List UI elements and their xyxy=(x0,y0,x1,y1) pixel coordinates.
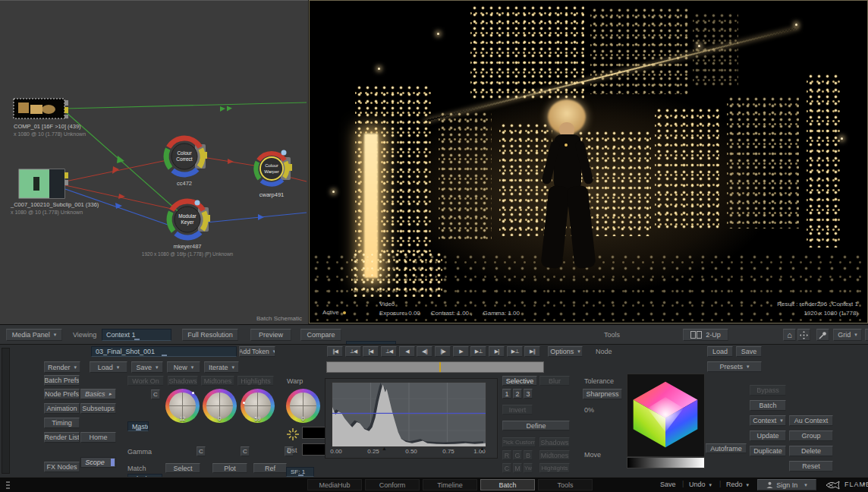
view-button[interactable]: View xyxy=(865,329,868,341)
menu-node-prefs[interactable]: Node Prefs xyxy=(44,389,80,399)
tab-mediahub[interactable]: MediaHub xyxy=(307,479,362,490)
link-red-out[interactable] xyxy=(288,177,307,181)
update-button[interactable]: Update xyxy=(750,430,786,441)
clip-node-subclip[interactable]: _C007_100210_Subclip_001 (336) x 1080 @ … xyxy=(10,169,99,216)
sel-blue-button[interactable]: B xyxy=(524,450,533,460)
tab-timeline[interactable]: Timeline xyxy=(423,479,477,490)
transport-prev-marker-button[interactable]: ⊥◀ xyxy=(381,346,397,357)
transport-next-cut-button[interactable]: ▶] xyxy=(489,346,505,357)
frame-slider-position[interactable] xyxy=(439,362,441,372)
histogram-marker[interactable]: ▲ xyxy=(480,446,485,451)
sel-green-button[interactable]: G xyxy=(513,450,522,460)
fit-view-icon[interactable] xyxy=(797,329,810,341)
transport-play-button[interactable]: ▶ xyxy=(453,346,469,357)
transport-play-reverse-button[interactable]: ◀ xyxy=(399,346,415,357)
tab-batch[interactable]: Batch xyxy=(480,479,535,490)
transport-step-back-button[interactable]: ◀∥ xyxy=(417,346,432,357)
grayscale-ramp[interactable] xyxy=(627,457,705,468)
link-green-out[interactable] xyxy=(65,102,307,109)
submenu-home[interactable]: Home xyxy=(80,432,116,443)
compare-button[interactable]: Compare xyxy=(300,329,341,341)
options-button[interactable]: Options xyxy=(548,346,583,357)
selective-key-1[interactable]: 1 xyxy=(502,389,511,399)
destination-colour-swatch[interactable] xyxy=(302,443,326,456)
range-shadows-button[interactable]: Shadows xyxy=(168,376,198,386)
sel-red-button[interactable]: R xyxy=(502,450,511,460)
histogram-plot[interactable] xyxy=(332,382,486,447)
viewer-image[interactable]: Active Video Exposure: 0.00 Contrast: 1.… xyxy=(309,0,868,323)
batch-schematic-panel[interactable]: COMP_01 [16F >10] (439) x 1080 @ 10 (1.7… xyxy=(0,0,308,324)
warp-color-wheel[interactable]: 0 xyxy=(286,389,320,423)
node-save-button[interactable]: Save xyxy=(736,346,762,357)
source-colour-swatch[interactable] xyxy=(302,427,326,439)
sel-magenta-button[interactable]: M xyxy=(513,463,522,473)
match-ref-button[interactable]: Ref xyxy=(253,463,287,473)
tab-tools[interactable]: Tools xyxy=(538,479,593,490)
transport-prev-cut-button[interactable]: [◀ xyxy=(363,346,379,357)
midtones-color-wheel[interactable]: 0 xyxy=(203,389,237,423)
menu-fx-nodes[interactable]: FX Nodes xyxy=(44,462,80,472)
define-button[interactable]: Define xyxy=(502,421,570,430)
sign-in-button[interactable]: Sign In xyxy=(757,479,816,490)
transport-step-forward-button[interactable]: ∥▶ xyxy=(435,346,451,357)
panel-handle[interactable] xyxy=(2,348,10,474)
master-field[interactable]: Master xyxy=(127,421,149,431)
preview-button[interactable]: Preview xyxy=(250,329,291,341)
menu-batch-prefs[interactable]: Batch Prefs xyxy=(44,375,80,386)
gamma-red-copy[interactable]: C xyxy=(197,446,206,456)
media-panel-button[interactable]: Media Panel xyxy=(6,329,62,341)
full-resolution-button[interactable]: Full Resolution xyxy=(182,329,238,341)
two-up-button[interactable]: 2-Up xyxy=(683,329,728,341)
au-context-button[interactable]: Au Context xyxy=(789,415,833,426)
save-button[interactable]: Save xyxy=(131,361,163,373)
eyedropper-icon[interactable] xyxy=(816,329,829,341)
highlights-color-wheel[interactable]: 59 xyxy=(241,389,275,423)
submenu-scope-toggle[interactable]: Scope xyxy=(80,457,116,468)
range-midtones-button[interactable]: Midtones xyxy=(201,376,234,386)
work-on-button[interactable]: Work On xyxy=(127,376,164,386)
sel-highlights-button[interactable]: Highlights xyxy=(539,463,570,473)
sel-yellow-button[interactable]: Yw xyxy=(524,463,533,473)
reset-button[interactable]: Reset xyxy=(789,461,833,472)
sel-midtones-button[interactable]: Midtones xyxy=(539,450,570,460)
iterate-button[interactable]: Iterate xyxy=(204,361,239,373)
histogram-marker[interactable]: ▲ xyxy=(382,446,387,451)
transport-goto-start-button[interactable]: ∥◀ xyxy=(327,346,343,357)
match-plot-button[interactable]: Plot xyxy=(212,463,247,473)
undo-dropdown[interactable]: Undo xyxy=(689,481,712,488)
node-colour-correct[interactable]: Colour Correct cc472 xyxy=(166,138,207,187)
duplicate-button[interactable]: Duplicate xyxy=(750,446,786,456)
link-blue-out[interactable] xyxy=(206,213,307,222)
colour-picker-crosshair-icon[interactable] xyxy=(287,428,299,440)
render-button[interactable]: Render xyxy=(44,361,80,373)
gamma-green-copy[interactable]: C xyxy=(241,446,250,456)
flame-menu-caret[interactable]: ▾ xyxy=(863,481,866,487)
link-green-diagonal[interactable] xyxy=(65,112,182,215)
save-action[interactable]: Save xyxy=(660,481,676,488)
grid-button[interactable]: Grid xyxy=(833,329,862,341)
autoframe-button[interactable]: Autoframe xyxy=(706,443,747,453)
pick-custom-button[interactable]: Pick Custom xyxy=(502,437,536,447)
batch-mode-button[interactable]: Batch xyxy=(750,400,786,411)
add-token-button[interactable]: Add Token xyxy=(239,346,275,357)
range-highlights-button[interactable]: Highlights xyxy=(237,376,274,386)
menu-timing[interactable]: Timing xyxy=(44,418,80,428)
selective-button[interactable]: Selective xyxy=(502,376,537,386)
bypass-button[interactable]: Bypass xyxy=(750,385,786,396)
shot-name-field[interactable]: 03_Final_Shot_001 xyxy=(91,346,237,357)
colour-cube-panel[interactable] xyxy=(627,374,705,457)
submenu-basics[interactable]: Basics▸ xyxy=(80,389,116,399)
load-button[interactable]: Load xyxy=(90,361,127,373)
blur-button[interactable]: Blur xyxy=(539,376,570,386)
frame-slider[interactable] xyxy=(326,361,544,373)
presets-button[interactable]: Presets xyxy=(707,361,762,372)
sel-shadows-button[interactable]: Shadows xyxy=(539,437,570,447)
home-icon[interactable]: ⌂ xyxy=(783,329,796,341)
submenu-subsetups[interactable]: Subsetups xyxy=(80,403,116,414)
transport-prev-key-button[interactable]: ⊥◀ xyxy=(345,346,361,357)
context-dropdown[interactable]: Context xyxy=(750,415,786,426)
group-button[interactable]: Group xyxy=(789,430,833,441)
sharpness-button[interactable]: Sharpness xyxy=(583,389,622,399)
invert-button[interactable]: Invert xyxy=(502,405,533,415)
shadows-color-wheel[interactable]: 12 xyxy=(165,389,200,423)
